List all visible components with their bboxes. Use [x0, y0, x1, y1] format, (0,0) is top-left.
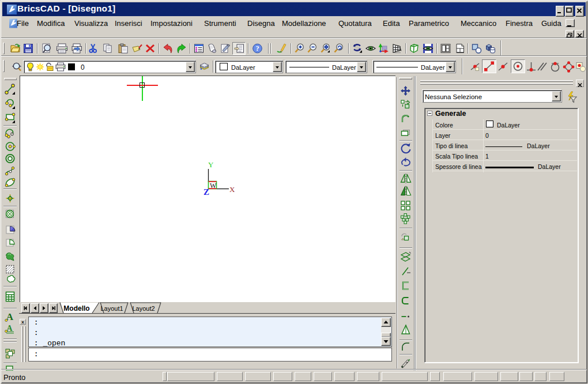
- svg-text:?: ?: [255, 44, 259, 52]
- svg-text:Layout1: Layout1: [100, 305, 123, 312]
- svg-text:W: W: [210, 182, 217, 190]
- svg-text:Modello: Modello: [63, 304, 89, 313]
- svg-text:A: A: [6, 324, 13, 333]
- svg-text:Z: Z: [203, 187, 209, 195]
- svg-text:Y: Y: [208, 160, 214, 169]
- svg-text:X: X: [229, 185, 235, 194]
- svg-text:Layout2: Layout2: [132, 305, 154, 312]
